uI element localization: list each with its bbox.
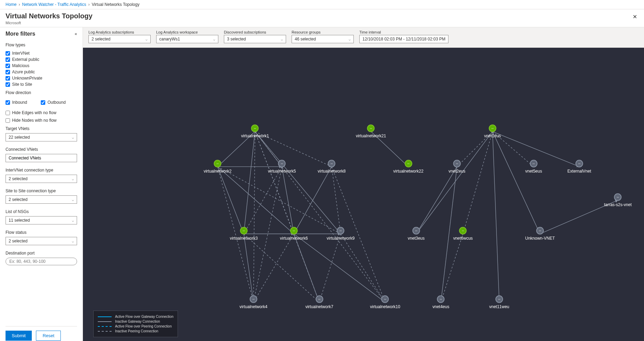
filter-panel: More filters « Flow types InterVNetExter… [0,27,83,341]
breadcrumb-network-watcher[interactable]: Network Watcher - Traffic Analytics [22,2,86,7]
topology-node-virtualnetwork22[interactable]: virtualnetwork22 [393,160,423,174]
vnet-icon [437,295,445,303]
list-nsgs-dropdown[interactable]: 11 selected⌵ [6,216,77,224]
topology-canvas[interactable]: virtualnetwork1virtualnetwork21vnet1eusv… [83,48,644,341]
s2s-conn-type-label: Site to Site connection type [6,188,77,193]
topology-node-vnet6wcus[interactable]: vnet6wcus [453,227,473,241]
node-label: Unknown-VNET [525,236,555,241]
workspace-value: canaryWs1 [159,37,180,42]
flow-types-label: Flow types [6,43,77,47]
hide-edges-checkbox[interactable]: Hide Edges with no flow [6,110,77,115]
vnet-icon [495,295,503,303]
topology-node-virtualnetwork2[interactable]: virtualnetwork2 [203,160,231,174]
topology-node-vnet11weu[interactable]: vnet11weu [489,295,509,309]
legend: Active Flow over Gateway Connection Inac… [93,311,178,337]
close-button[interactable]: ✕ [631,12,638,21]
node-label: virtualnetwork10 [370,304,400,309]
page-subtitle: Microsoft [6,21,93,25]
flow-direction-outbound[interactable]: Outbound [41,100,66,105]
collapse-panel-icon[interactable]: « [75,31,77,36]
discovered-subs-dropdown[interactable]: 3 selected⌵ [224,35,286,43]
topology-edge [416,131,493,234]
topology-node-virtualnetwork8[interactable]: virtualnetwork8 [318,160,346,174]
flow-direction-inbound[interactable]: Inbound [6,100,27,105]
topology-node-vnet1eus[interactable]: vnet1eus [484,125,501,138]
node-label: virtualnetwork3 [230,236,258,241]
dest-port-input[interactable] [6,258,77,265]
topology-edge [332,167,341,234]
submit-button[interactable]: Submit [6,331,32,341]
vnet-icon [453,160,461,167]
flow-status-label: Flow status [6,230,77,235]
vnet-icon [214,160,221,167]
flow-type-unknownprivate[interactable]: UnknownPrivate [6,76,77,81]
flow-type-site-to-site[interactable]: Site to Site [6,82,77,87]
topology-edge [244,167,282,234]
topology-node-ExternalVnet[interactable]: ExternalVnet [567,160,591,174]
intervnet-conn-type-label: InterVNet connection type [6,168,77,173]
topology-node-virtualnetwork7[interactable]: virtualnetwork7 [305,295,333,309]
flow-type-malicious[interactable]: Malicious [6,63,77,68]
vnet-icon [315,295,323,303]
vnet-icon [489,125,496,132]
time-interval-picker[interactable]: 12/10/2018 02:03 PM - 12/11/2018 02:03 P… [359,35,448,43]
resource-groups-dropdown[interactable]: 46 selected⌵ [292,35,354,43]
topology-node-virtualnetwork10[interactable]: virtualnetwork10 [370,295,400,309]
breadcrumb-home[interactable]: Home [6,2,17,7]
topology-edge [319,234,341,302]
topology-node-vnet3eus[interactable]: vnet3eus [408,227,425,241]
topology-node-virtualnetwork1[interactable]: virtualnetwork1 [241,125,269,138]
flow-direction-label: Inbound [12,100,27,105]
topology-edge [341,234,385,302]
chevron-down-icon: ⌵ [145,37,148,41]
chevron-down-icon: ⌵ [72,177,74,181]
node-label: vnet2eus [448,169,465,174]
target-vnets-dropdown[interactable]: 22 selected⌵ [6,133,77,141]
intervnet-conn-type-dropdown[interactable]: 2 selected⌵ [6,175,77,183]
topology-node-virtualnetwork21[interactable]: virtualnetwork21 [356,125,386,138]
connected-vnets-input[interactable] [6,154,77,162]
flow-type-label: InterVNet [12,51,30,56]
workspace-dropdown[interactable]: canaryWs1⌵ [156,35,218,43]
vnet-icon [405,160,412,167]
topology-node-vnet5eus[interactable]: vnet5eus [525,160,542,174]
hide-nodes-checkbox[interactable]: Hide Nodes with no flow [6,118,77,123]
topology-edge [493,131,540,234]
topology-node-vnet2eus[interactable]: vnet2eus [448,160,465,174]
topology-node-Unknown-VNET[interactable]: Unknown-VNET [525,227,555,241]
topology-node-virtualnetwork6[interactable]: virtualnetwork6 [280,227,308,241]
page-title: Virtual Networks Topology [6,12,93,20]
hide-edges-label: Hide Edges with no flow [12,110,56,115]
flow-type-intervnet[interactable]: InterVNet [6,51,77,56]
reset-button[interactable]: Reset [36,331,61,341]
topology-node-vnet4eus[interactable]: vnet4eus [433,295,449,309]
topology-edge [244,234,254,302]
legend-line-active-gateway [98,316,112,317]
subs-label: Log Analytics subscriptions [88,30,151,34]
flow-status-dropdown[interactable]: 2 selected⌵ [6,237,77,245]
flow-type-azure-public[interactable]: Azure public [6,70,77,74]
topology-edge [416,167,457,234]
s2s-conn-type-value: 2 selected [9,197,28,202]
flow-type-external-public[interactable]: External public [6,57,77,62]
topology-node-virtualnetwork9[interactable]: virtualnetwork9 [327,227,355,241]
list-nsgs-label: List of NSGs [6,209,77,214]
node-label: virtualnetwork1 [241,133,269,138]
vnet-icon [251,125,259,132]
node-label: virtualnetwork4 [239,304,267,309]
hide-nodes-label: Hide Nodes with no flow [12,118,57,123]
topology-node-virtualnetwork3[interactable]: virtualnetwork3 [230,227,258,241]
s2s-conn-type-dropdown[interactable]: 2 selected⌵ [6,195,77,204]
vnet-icon [459,227,467,234]
topology-edges [83,48,644,341]
topology-node-virtualnetwork4[interactable]: virtualnetwork4 [239,295,267,309]
resource-groups-label: Resource groups [292,30,354,34]
topology-node-tarras-s2s-vnet[interactable]: tarras-s2s-vnet [604,193,632,207]
flow-type-label: Azure public [12,70,35,74]
topology-edge [282,167,294,234]
resource-groups-value: 46 selected [295,37,316,42]
connected-vnets-label: Connected VNets [6,147,77,152]
list-nsgs-value: 11 selected [9,218,30,223]
subs-dropdown[interactable]: 2 selected⌵ [88,35,151,43]
topology-node-virtualnetwork5[interactable]: virtualnetwork5 [268,160,296,174]
